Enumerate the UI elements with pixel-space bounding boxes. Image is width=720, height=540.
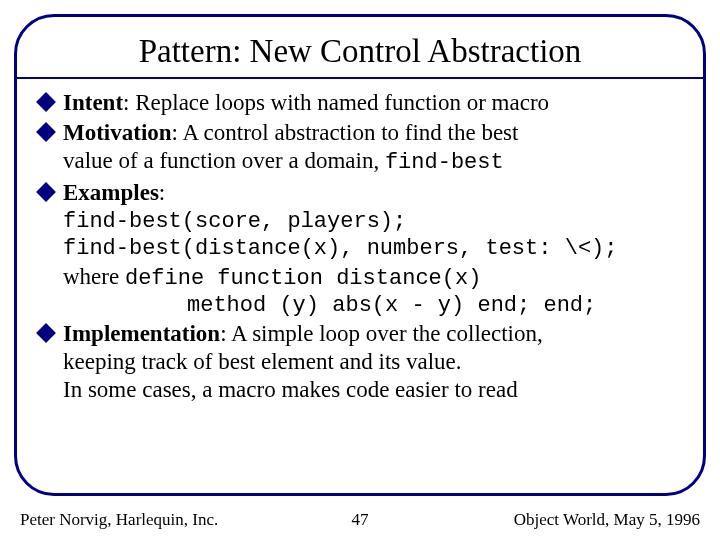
footer: Peter Norvig, Harlequin, Inc. 47 Object … [20,510,700,530]
title-rule [17,77,703,79]
slide-title: Pattern: New Control Abstraction [39,33,681,69]
diamond-bullet-icon [36,323,56,343]
implementation-label: Implementation [63,321,220,346]
slide: Pattern: New Control Abstraction Intent:… [0,0,720,540]
bullet-intent: Intent: Replace loops with named functio… [39,89,681,117]
where-code: define function distance(x) [125,266,481,291]
diamond-bullet-icon [36,182,56,202]
examples-colon: : [159,180,165,205]
intent-text: : Replace loops with named function or m… [123,90,549,115]
intent-label: Intent [63,90,123,115]
bullet-examples: Examples: [39,179,681,207]
slide-frame: Pattern: New Control Abstraction Intent:… [14,14,706,496]
motivation-text-b: value of a function over a domain, [63,148,385,173]
example-line-1: find-best(score, players); [39,209,681,236]
diamond-bullet-icon [36,122,56,142]
footer-left: Peter Norvig, Harlequin, Inc. [20,510,218,530]
where-line: where define function distance(x) [39,263,681,293]
bullet-motivation: Motivation: A control abstraction to fin… [39,119,681,177]
motivation-code: find-best [385,150,504,175]
motivation-text-a: : A control abstraction to find the best [172,120,519,145]
motivation-label: Motivation [63,120,172,145]
implementation-text-b: keeping track of best element and its va… [63,349,462,374]
implementation-text-a: : A simple loop over the collection, [220,321,543,346]
where-word: where [63,264,125,289]
diamond-bullet-icon [36,92,56,112]
examples-label: Examples [63,180,159,205]
footer-right: Object World, May 5, 1996 [514,510,700,530]
slide-body: Intent: Replace loops with named functio… [39,89,681,403]
where-line-2: method (y) abs(x - y) end; end; [39,293,681,320]
example-line-2: find-best(distance(x), numbers, test: \<… [39,236,681,263]
implementation-text-c: In some cases, a macro makes code easier… [63,377,518,402]
bullet-implementation: Implementation: A simple loop over the c… [39,320,681,404]
